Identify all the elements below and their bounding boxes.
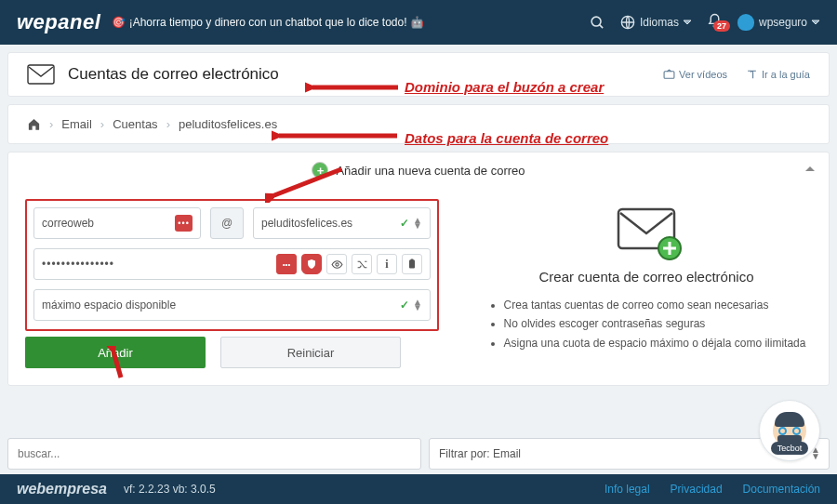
add-button[interactable]: Añadir bbox=[25, 337, 206, 368]
domain-select[interactable]: peluditosfelices.es ✓ ▲▼ bbox=[253, 207, 431, 239]
mail-icon bbox=[27, 64, 55, 85]
search-input[interactable] bbox=[7, 438, 421, 470]
create-account-panel: + Añadir una nueva cuenta de correo ••• … bbox=[7, 152, 830, 386]
form-highlighted-area: ••• @ peluditosfelices.es ✓ ▲▼ •••••••••… bbox=[25, 199, 439, 331]
svg-rect-3 bbox=[28, 65, 54, 84]
username-field[interactable]: ••• bbox=[33, 207, 201, 239]
crumb-domain[interactable]: peluditosfelices.es bbox=[179, 117, 277, 131]
shield-icon[interactable] bbox=[301, 254, 322, 274]
user-menu[interactable]: wpseguro bbox=[737, 14, 820, 31]
svg-line-1 bbox=[600, 24, 604, 28]
user-avatar-icon bbox=[737, 14, 754, 31]
footer-brand: webempresa bbox=[17, 481, 107, 497]
user-label: wpseguro bbox=[759, 16, 807, 29]
shuffle-icon[interactable] bbox=[352, 254, 372, 274]
info-bullet: No olvides escoger contraseñas seguras bbox=[504, 314, 806, 333]
collapse-icon[interactable] bbox=[804, 164, 816, 175]
svg-rect-6 bbox=[409, 260, 415, 269]
info-bullet: Asigna una cuota de espacio máximo o déj… bbox=[504, 334, 806, 352]
header-tagline: 🎯 ¡Ahorra tiempo y dinero con un chatbot… bbox=[112, 16, 424, 29]
clipboard-icon[interactable] bbox=[402, 254, 422, 274]
crumb-accounts[interactable]: Cuentas bbox=[113, 117, 157, 131]
footer-version: vf: 2.2.23 vb: 3.0.5 bbox=[124, 483, 216, 496]
home-icon[interactable] bbox=[27, 117, 41, 131]
password-field[interactable]: ••••••••••••••• ••• bbox=[33, 248, 431, 280]
tecbot-label: Tecbot bbox=[771, 442, 809, 455]
reset-button[interactable]: Reiniciar bbox=[220, 337, 401, 368]
footer-docs-link[interactable]: Documentación bbox=[743, 483, 820, 496]
bottom-filter-bar: Filtrar por: Email ▲▼ ▲▼ bbox=[0, 438, 837, 470]
username-input[interactable] bbox=[42, 217, 171, 230]
guide-link[interactable]: Ir a la guía bbox=[746, 69, 810, 81]
plus-circle-icon: + bbox=[312, 162, 328, 179]
videos-link[interactable]: Ver vídeos bbox=[663, 69, 727, 81]
language-menu[interactable]: Idiomas bbox=[620, 15, 692, 30]
svg-point-0 bbox=[591, 17, 601, 26]
info-column: Crear cuenta de correo electrónico Crea … bbox=[481, 199, 812, 368]
svg-rect-4 bbox=[664, 71, 674, 78]
check-icon: ✓ bbox=[400, 298, 409, 312]
svg-rect-7 bbox=[411, 259, 414, 261]
domain-value: peluditosfelices.es bbox=[261, 217, 400, 230]
eye-icon[interactable] bbox=[326, 254, 347, 274]
logo[interactable]: wepanel bbox=[17, 10, 100, 34]
notification-badge: 27 bbox=[713, 20, 730, 32]
page-title: Cuentas de correo electrónico bbox=[68, 65, 279, 84]
page-title-card: Cuentas de correo electrónico Ver vídeos… bbox=[7, 52, 830, 97]
updown-icon: ▲▼ bbox=[413, 218, 422, 229]
top-header: wepanel 🎯 ¡Ahorra tiempo y dinero con un… bbox=[0, 0, 837, 45]
info-icon[interactable]: i bbox=[377, 254, 397, 274]
info-title: Crear cuenta de correo electrónico bbox=[539, 269, 754, 285]
strength-icon[interactable]: ••• bbox=[276, 254, 297, 274]
field-status-chip: ••• bbox=[175, 215, 193, 232]
space-select[interactable]: máximo espacio disponible ✓ ▲▼ bbox=[33, 289, 431, 321]
crumb-email[interactable]: Email bbox=[61, 117, 92, 131]
mail-plus-icon bbox=[616, 206, 677, 256]
footer-privacy-link[interactable]: Privacidad bbox=[671, 483, 723, 496]
updown-icon: ▲▼ bbox=[413, 299, 422, 311]
footer-legal-link[interactable]: Info legal bbox=[604, 483, 650, 496]
password-value: ••••••••••••••• bbox=[42, 258, 276, 271]
search-icon[interactable] bbox=[590, 15, 605, 31]
breadcrumb: › Email › Cuentas › peluditosfelices.es bbox=[7, 104, 830, 144]
svg-point-5 bbox=[335, 262, 338, 265]
info-bullet: Crea tantas cuentas de correo como sean … bbox=[504, 296, 806, 314]
footer: webempresa vf: 2.2.23 vb: 3.0.5 Info leg… bbox=[0, 474, 837, 504]
tecbot-button[interactable]: Tecbot bbox=[759, 400, 820, 461]
at-symbol: @ bbox=[210, 207, 244, 239]
panel-title: Añadir una nueva cuenta de correo bbox=[336, 164, 525, 178]
check-icon: ✓ bbox=[400, 217, 409, 230]
space-value: máximo espacio disponible bbox=[42, 298, 400, 312]
language-label: Idiomas bbox=[640, 16, 679, 29]
notifications-icon[interactable]: 27 bbox=[707, 13, 723, 32]
panel-header[interactable]: + Añadir una nueva cuenta de correo bbox=[8, 153, 829, 188]
